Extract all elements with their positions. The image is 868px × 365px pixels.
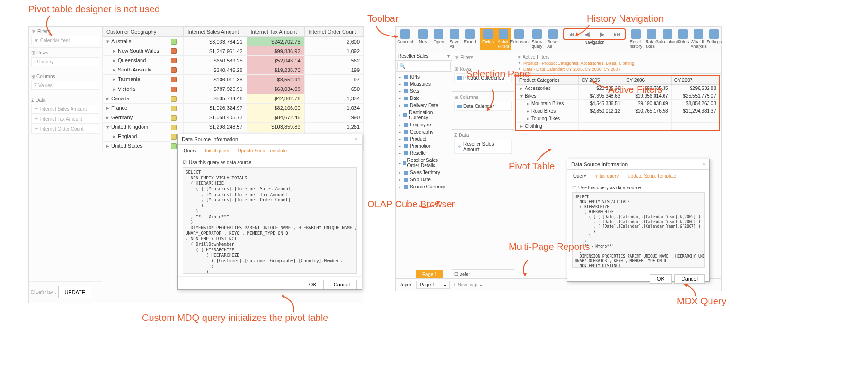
data-item[interactable]: ⫩Reseller Sales Amount: [454, 140, 512, 154]
toolbar-connect[interactable]: Connect: [398, 28, 413, 50]
query-textarea[interactable]: SELECT NON EMPTY VISUALTOTALS ( HIERARCH…: [572, 192, 705, 268]
nav-button[interactable]: ◀: [579, 29, 594, 39]
filters-label: Filters: [37, 29, 50, 34]
data-item[interactable]: ⫩ Internet Sales Amount: [31, 105, 99, 114]
table-row[interactable]: ▸South Australia $240,446.28 $19,235.70 …: [103, 65, 364, 75]
columns-item[interactable]: Date.Calendar: [454, 102, 512, 111]
nav-button[interactable]: ⏮: [564, 29, 579, 39]
source-dropdown[interactable]: Reseller Sales▾: [396, 52, 452, 61]
tree-item[interactable]: ▸Geography: [397, 128, 451, 135]
update-button[interactable]: UPDATE: [58, 286, 91, 298]
toolbar-extension[interactable]: Extension: [512, 28, 527, 50]
toolbar-new[interactable]: New: [416, 28, 431, 50]
tab-initial[interactable]: Initial query: [203, 147, 231, 154]
tree-item[interactable]: ▸KPIs: [397, 73, 451, 80]
active-filter-row[interactable]: Product - Product Categories: Accessorie…: [517, 61, 718, 66]
ok-button[interactable]: OK: [650, 274, 672, 284]
rows-label: Rows: [36, 50, 48, 55]
tree-item[interactable]: ▸Employee: [397, 121, 451, 128]
data-source-dialog-right: Data Source Information × Query Initial …: [567, 159, 710, 282]
tree-item[interactable]: ▸Source Currency: [397, 183, 451, 190]
close-icon[interactable]: ×: [355, 136, 358, 142]
table-row[interactable]: ▸Queensland $650,539.25 $52,043.14 562: [103, 56, 364, 65]
table-row[interactable]: ▸Tasmania $106,911.35 $8,552.91 97: [103, 75, 364, 84]
filter-item[interactable]: ▼ Calendar Year: [31, 36, 99, 45]
cancel-button[interactable]: Cancel: [674, 274, 705, 284]
tree-item[interactable]: ▸Promotion: [397, 142, 451, 150]
table-row[interactable]: ▸Accessories $20,235.36$92,735.35$296,53…: [516, 85, 719, 92]
toolbar-styles[interactable]: Styles: [675, 28, 691, 50]
tree-item[interactable]: ▸Sales Territory: [397, 169, 451, 176]
tree-item[interactable]: ▸Sets: [397, 88, 451, 95]
data-item[interactable]: ⫩ Internet Tax Amount: [31, 115, 99, 124]
tab-script[interactable]: Update Script Template: [236, 147, 289, 154]
tree-item[interactable]: ▸Date: [397, 95, 451, 102]
toolbar-calculations[interactable]: Calculations: [660, 28, 675, 50]
columns-item[interactable]: Σ Values: [31, 81, 99, 90]
pivot-table-right[interactable]: Product Categories CY 2005 CY 2006 CY 20…: [516, 76, 719, 130]
table-row[interactable]: ▾Australia $3,033,784.21 $242,702.75 2,6…: [103, 37, 364, 46]
toolbar-save-as[interactable]: SaveAs: [447, 28, 462, 50]
toolbar-reset-all[interactable]: ResetAll: [545, 28, 560, 50]
table-row[interactable]: ▸Clothing: [516, 123, 719, 130]
page-dropdown[interactable]: Page 1▴: [416, 281, 450, 289]
pivot-table-left[interactable]: Customer Geography Internet Sales Amount…: [102, 27, 364, 151]
table-row[interactable]: ▾Bikes $7,395,348.63$19,956,014.67$25,55…: [516, 92, 719, 100]
tab-query[interactable]: Query: [571, 172, 588, 179]
toolbar-active-filters[interactable]: ActiveFilters: [496, 28, 511, 50]
toolbar-show-query[interactable]: Showquery: [530, 28, 545, 50]
table-row[interactable]: ▸Germany $1,058,405.73 $84,672.46 990: [103, 113, 364, 122]
col-header: Internet Tax Amount: [247, 27, 304, 37]
filters-label: Filters: [461, 55, 473, 60]
tab-initial[interactable]: Initial query: [593, 172, 620, 179]
active-filter-row[interactable]: Date - Date.Calendar: CY 2005, CY 2006, …: [517, 66, 718, 72]
tree-item[interactable]: ▸Destination Currency: [397, 109, 451, 121]
table-row[interactable]: ▸Victoria $787,925.91 $63,034.08 650: [103, 84, 364, 94]
toolbar-what-if-analysis[interactable]: What-IfAnalysis: [691, 28, 706, 50]
active-filters-header: Active Filters: [523, 54, 549, 60]
tree-item[interactable]: ▸Measures: [397, 80, 451, 88]
columns-label: Columns: [36, 74, 55, 79]
rows-item[interactable]: Product Categories: [454, 73, 512, 82]
table-row[interactable]: ▸Mountain Bikes $4,545,336.51$9,190,838.…: [516, 100, 719, 107]
tree-item[interactable]: ▸Ship Date: [397, 176, 451, 183]
search-input[interactable]: [397, 62, 451, 70]
toolbar-export[interactable]: Export: [462, 28, 478, 50]
checkbox-use-query[interactable]: ☐: [572, 185, 576, 190]
page-tab[interactable]: Page 1: [416, 270, 443, 278]
cube-browser: Reseller Sales▾ ▸KPIs▸Measures▸Sets▸Date…: [396, 52, 452, 278]
history-navigation: ⏮◀▶⏭: [563, 28, 626, 40]
table-row[interactable]: ▸New South Wales $1,247,961.42 $99,836.9…: [103, 46, 364, 56]
rows-item[interactable]: • Country: [31, 57, 99, 66]
nav-button[interactable]: ⏭: [610, 29, 625, 39]
table-row[interactable]: ▸Touring Bikes: [516, 115, 719, 123]
data-source-dialog-left: Data Source Information × Query Initial …: [177, 134, 362, 290]
close-icon[interactable]: ×: [703, 161, 706, 167]
tree-item[interactable]: ▸Reseller: [397, 150, 451, 157]
table-row[interactable]: ▾United Kingdom $1,298,248.57 $103,859.8…: [103, 122, 364, 132]
table-row[interactable]: ▸France $1,026,324.97 $82,106.00 1,034: [103, 103, 364, 113]
toolbar: ConnectNewOpenSaveAsExportFieldsActiveFi…: [396, 27, 721, 52]
query-textarea[interactable]: SELECT NON EMPTY VISUALTOTALS ( HIERARCH…: [183, 167, 357, 274]
tree-item[interactable]: ▸Delivery Date: [397, 102, 451, 109]
tree-item[interactable]: ▸Product: [397, 135, 451, 142]
table-row[interactable]: ▸Road Bikes $2,850,012.12$10,765,176.58$…: [516, 107, 719, 115]
cancel-button[interactable]: Cancel: [327, 280, 357, 289]
checkbox-use-query[interactable]: ☑: [183, 160, 187, 165]
defer-layout[interactable]: ☐ Defer lay...: [31, 290, 56, 294]
tab-query[interactable]: Query: [182, 147, 198, 154]
ok-button[interactable]: OK: [302, 280, 324, 289]
toolbar-settings[interactable]: Settings: [707, 28, 722, 50]
table-row[interactable]: ▸Canada $535,784.46 $42,862.76 1,334: [103, 94, 364, 103]
tree-item[interactable]: ▸Reseller Sales Order Details: [397, 157, 451, 169]
toolbar-fields[interactable]: Fields: [480, 28, 496, 50]
data-item[interactable]: ⫩ Internet Order Count: [31, 125, 99, 134]
toolbar-reset-history[interactable]: Resethistory: [629, 28, 644, 50]
defer-checkbox[interactable]: Defer: [460, 272, 470, 276]
col-header: Internet Sales Amount: [184, 27, 247, 37]
new-page[interactable]: + New page ▴: [453, 282, 482, 287]
tab-script[interactable]: Update Script Template: [625, 172, 678, 179]
toolbar-open[interactable]: Open: [431, 28, 446, 50]
funnel-icon: ▼: [31, 29, 36, 34]
nav-button[interactable]: ▶: [594, 29, 610, 39]
